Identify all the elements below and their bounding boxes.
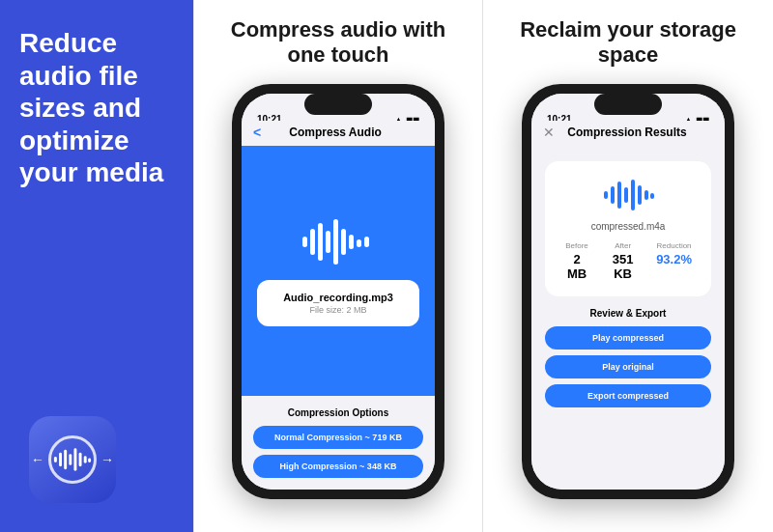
- results-content: compressed.m4a Before 2 MB After 351 KB: [531, 146, 725, 490]
- panel-right: Reclaim your storage space 10:21 ▲ ◼◼ ✕ …: [483, 0, 773, 532]
- compress-options-title: Compression Options: [253, 407, 423, 418]
- compress-options: Compression Options Normal Compression ~…: [242, 396, 435, 490]
- high-compression-btn[interactable]: High Compression ~ 348 KB: [253, 455, 423, 478]
- phone-screen-center: 10:21 ▲ ◼◼ < Compress Audio: [242, 94, 435, 490]
- svg-rect-8: [302, 237, 307, 247]
- reduction-label: Reduction: [656, 241, 692, 250]
- compress-blue-area: Audio_recording.mp3 File size: 2 MB: [242, 146, 435, 396]
- svg-rect-18: [611, 186, 615, 204]
- svg-rect-10: [318, 223, 323, 261]
- waveform-circle-icon: [48, 435, 97, 484]
- svg-rect-1: [59, 453, 62, 467]
- after-value: 351 KB: [605, 252, 641, 281]
- app-icon-area: ← →: [19, 416, 174, 503]
- svg-rect-21: [631, 180, 635, 210]
- waveform-icon: [51, 440, 94, 479]
- svg-rect-14: [349, 235, 354, 249]
- waveform-blue-icon: [300, 215, 377, 268]
- panel-center-title: Compress audio with one touch: [210, 17, 467, 69]
- svg-rect-0: [54, 457, 57, 462]
- svg-rect-19: [617, 182, 621, 209]
- app-icon: ← →: [29, 416, 116, 503]
- svg-rect-22: [638, 185, 642, 205]
- svg-rect-23: [644, 190, 648, 200]
- svg-rect-12: [333, 219, 338, 265]
- svg-rect-20: [624, 187, 628, 203]
- stat-reduction: Reduction 93.2%: [656, 241, 692, 281]
- svg-rect-16: [364, 237, 369, 247]
- phone-mockup-right: 10:21 ▲ ◼◼ ✕ Compression Results: [522, 84, 734, 499]
- compress-screen: < Compress Audio: [242, 121, 435, 490]
- export-compressed-btn[interactable]: Export compressed: [545, 384, 711, 407]
- after-label: After: [605, 241, 641, 250]
- results-screen-title: Compression Results: [560, 126, 694, 139]
- reduction-value: 93.2%: [656, 252, 692, 266]
- panel-center: Compress audio with one touch 10:21 ▲ ◼◼…: [193, 0, 483, 532]
- arrow-left-icon: ←: [31, 452, 44, 467]
- export-title: Review & Export: [545, 308, 711, 319]
- svg-rect-17: [604, 191, 608, 199]
- waveform-result-icon: [602, 177, 655, 213]
- svg-rect-2: [64, 450, 67, 470]
- dynamic-island-right: [594, 94, 662, 115]
- result-stats: Before 2 MB After 351 KB Reduction 93.2%: [564, 241, 692, 281]
- back-button[interactable]: <: [253, 125, 261, 140]
- panel-left: Reduce audio file sizes and optimize you…: [0, 0, 193, 532]
- result-file-card: compressed.m4a Before 2 MB After 351 KB: [545, 161, 711, 296]
- play-compressed-btn[interactable]: Play compressed: [545, 326, 711, 350]
- results-header: ✕ Compression Results: [531, 121, 725, 146]
- compress-screen-title: Compress Audio: [267, 126, 404, 139]
- svg-rect-11: [326, 231, 330, 253]
- file-name: Audio_recording.mp3: [276, 292, 400, 303]
- svg-rect-5: [79, 453, 82, 467]
- svg-rect-15: [357, 239, 361, 247]
- svg-rect-4: [73, 448, 76, 470]
- play-original-btn[interactable]: Play original: [545, 355, 711, 378]
- file-card: Audio_recording.mp3 File size: 2 MB: [257, 280, 419, 326]
- compress-header: < Compress Audio: [242, 121, 435, 146]
- phone-screen-right: 10:21 ▲ ◼◼ ✕ Compression Results: [531, 94, 725, 490]
- results-screen: ✕ Compression Results: [531, 121, 725, 490]
- phone-mockup-center: 10:21 ▲ ◼◼ < Compress Audio: [232, 84, 444, 499]
- normal-compression-btn[interactable]: Normal Compression ~ 719 KB: [253, 426, 423, 449]
- svg-rect-9: [310, 229, 315, 255]
- before-value: 2 MB: [564, 252, 589, 281]
- svg-rect-24: [650, 193, 654, 199]
- dynamic-island: [304, 94, 372, 115]
- file-size: File size: 2 MB: [276, 305, 400, 315]
- svg-rect-3: [69, 454, 72, 465]
- panel-right-title: Reclaim your storage space: [499, 17, 758, 69]
- close-button[interactable]: ✕: [543, 125, 555, 140]
- before-label: Before: [564, 241, 589, 250]
- svg-rect-7: [88, 459, 91, 462]
- stat-after: After 351 KB: [605, 241, 641, 281]
- svg-rect-13: [341, 229, 346, 255]
- panel-left-title: Reduce audio file sizes and optimize you…: [19, 27, 174, 189]
- stat-before: Before 2 MB: [564, 241, 589, 281]
- arrow-right-icon: →: [100, 452, 114, 467]
- result-file-name: compressed.m4a: [564, 221, 692, 232]
- export-section: Review & Export Play compressed Play ori…: [545, 308, 711, 407]
- svg-rect-6: [84, 456, 87, 462]
